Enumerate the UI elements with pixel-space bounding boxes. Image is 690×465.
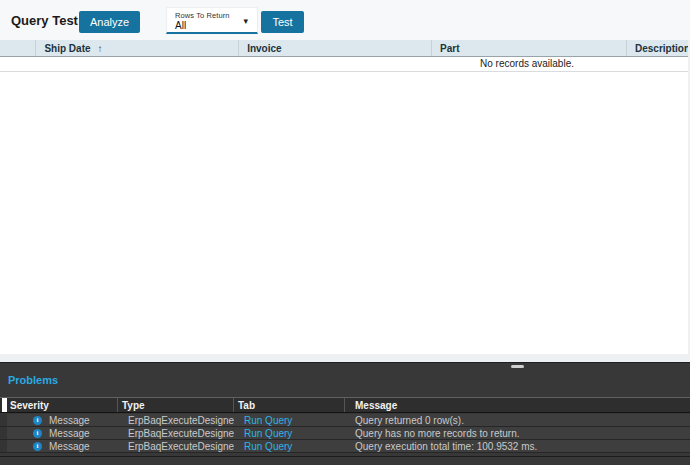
severity-label: Message: [49, 441, 90, 452]
chevron-down-icon: ▾: [243, 16, 248, 26]
row-indicator-column-header: [0, 40, 36, 56]
info-icon: i: [33, 442, 42, 451]
query-test-page: Query Test Analyze Rows To Return All ▾ …: [0, 0, 690, 465]
column-header-invoice-label: Invoice: [247, 43, 281, 54]
problems-column-header-type[interactable]: Type: [118, 398, 234, 412]
severity-cell: i Message: [7, 440, 118, 452]
problems-column-header-tab[interactable]: Tab: [234, 398, 345, 412]
rows-to-return-select[interactable]: Rows To Return All ▾: [166, 7, 258, 34]
row-selector-cell: [0, 414, 7, 426]
message-cell: Query has no more records to return.: [345, 427, 690, 439]
problems-column-header-message[interactable]: Message: [345, 398, 690, 412]
type-cell: ErpBaqExecuteDesigner: [118, 414, 234, 426]
problems-rows: i Message ErpBaqExecuteDesigner Run Quer…: [0, 414, 690, 453]
selector-strip: [2, 398, 7, 412]
toolbar: Query Test Analyze Rows To Return All ▾ …: [0, 0, 690, 40]
content-bottom-strip: [0, 354, 690, 362]
results-grid-header: Ship Date ↑ Invoice Part Description: [0, 40, 690, 57]
no-records-message: No records available.: [480, 57, 574, 71]
rows-to-return-label: Rows To Return: [175, 11, 230, 20]
panel-resize-handle[interactable]: [511, 365, 524, 368]
run-query-link[interactable]: Run Query: [244, 428, 292, 439]
results-grid-body: [0, 72, 690, 354]
severity-cell: i Message: [7, 414, 118, 426]
column-header-description[interactable]: Description: [627, 40, 690, 56]
problems-row[interactable]: i Message ErpBaqExecuteDesigner Run Quer…: [0, 414, 690, 427]
column-header-description-label: Description: [635, 43, 690, 54]
analyze-button[interactable]: Analyze: [79, 11, 140, 33]
no-records-row: No records available.: [0, 57, 690, 72]
tab-cell: Run Query: [234, 427, 345, 439]
column-header-part[interactable]: Part: [432, 40, 627, 56]
run-query-link[interactable]: Run Query: [244, 441, 292, 452]
column-header-ship-date-label: Ship Date: [44, 43, 90, 54]
message-cell: Query returned 0 row(s).: [345, 414, 690, 426]
column-header-invoice[interactable]: Invoice: [239, 40, 432, 56]
severity-label: Message: [49, 428, 90, 439]
page-title: Query Test: [11, 13, 78, 28]
severity-cell: i Message: [7, 427, 118, 439]
row-selector-cell: [0, 440, 7, 452]
problems-selector-column-header: [0, 398, 7, 412]
tab-cell: Run Query: [234, 440, 345, 452]
problems-column-header-severity[interactable]: Severity: [7, 398, 118, 412]
rows-to-return-value: All: [175, 20, 186, 31]
problems-panel: Problems Severity Type Tab Message i Mes…: [0, 362, 690, 465]
column-header-part-label: Part: [440, 43, 459, 54]
sort-ascending-icon: ↑: [98, 43, 103, 54]
tab-cell: Run Query: [234, 414, 345, 426]
message-cell: Query execution total time: 100.9532 ms.: [345, 440, 690, 452]
info-icon: i: [33, 429, 42, 438]
column-header-ship-date[interactable]: Ship Date ↑: [36, 40, 239, 56]
type-cell: ErpBaqExecuteDesigner: [118, 440, 234, 452]
type-cell: ErpBaqExecuteDesigner: [118, 427, 234, 439]
severity-label: Message: [49, 415, 90, 426]
problems-row[interactable]: i Message ErpBaqExecuteDesigner Run Quer…: [0, 427, 690, 440]
problems-table-header: Severity Type Tab Message: [0, 398, 690, 413]
test-button[interactable]: Test: [261, 11, 304, 33]
problems-row[interactable]: i Message ErpBaqExecuteDesigner Run Quer…: [0, 440, 690, 453]
tab-problems[interactable]: Problems: [8, 374, 58, 386]
run-query-link[interactable]: Run Query: [244, 415, 292, 426]
info-icon: i: [33, 416, 42, 425]
problems-panel-footer: [0, 456, 690, 465]
row-selector-cell: [0, 427, 7, 439]
